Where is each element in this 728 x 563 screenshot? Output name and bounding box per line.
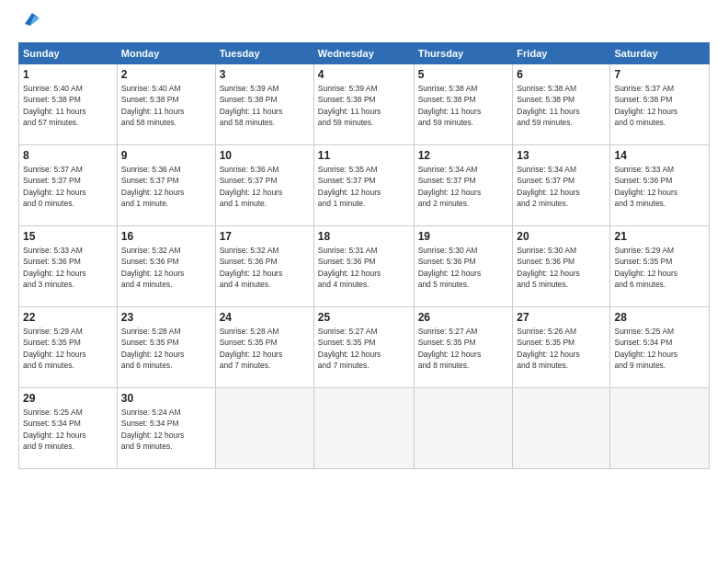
- day-info: Sunrise: 5:24 AM Sunset: 5:34 PM Dayligh…: [121, 407, 211, 452]
- table-row: 29Sunrise: 5:25 AM Sunset: 5:34 PM Dayli…: [19, 388, 118, 469]
- day-number: 9: [121, 149, 211, 162]
- col-saturday: Saturday: [610, 43, 710, 64]
- day-info: Sunrise: 5:38 AM Sunset: 5:38 PM Dayligh…: [418, 83, 509, 128]
- table-row: 22Sunrise: 5:29 AM Sunset: 5:35 PM Dayli…: [19, 307, 118, 388]
- table-row: 26Sunrise: 5:27 AM Sunset: 5:35 PM Dayli…: [414, 307, 513, 388]
- col-sunday: Sunday: [19, 43, 118, 64]
- table-row: 21Sunrise: 5:29 AM Sunset: 5:35 PM Dayli…: [610, 226, 710, 307]
- day-info: Sunrise: 5:32 AM Sunset: 5:36 PM Dayligh…: [121, 245, 211, 290]
- calendar-week-row: 22Sunrise: 5:29 AM Sunset: 5:35 PM Dayli…: [19, 307, 710, 388]
- day-number: 10: [220, 149, 310, 162]
- table-row: [513, 388, 610, 469]
- day-number: 14: [614, 149, 705, 162]
- day-number: 7: [614, 68, 705, 81]
- table-row: 15Sunrise: 5:33 AM Sunset: 5:36 PM Dayli…: [19, 226, 118, 307]
- logo-bird-icon: [21, 9, 41, 33]
- day-info: Sunrise: 5:36 AM Sunset: 5:37 PM Dayligh…: [220, 164, 310, 209]
- day-number: 25: [318, 311, 410, 324]
- day-info: Sunrise: 5:32 AM Sunset: 5:36 PM Dayligh…: [220, 245, 310, 290]
- day-info: Sunrise: 5:36 AM Sunset: 5:37 PM Dayligh…: [121, 164, 211, 209]
- day-number: 30: [121, 392, 211, 405]
- table-row: 23Sunrise: 5:28 AM Sunset: 5:35 PM Dayli…: [117, 307, 215, 388]
- day-info: Sunrise: 5:30 AM Sunset: 5:36 PM Dayligh…: [517, 245, 606, 290]
- day-info: Sunrise: 5:35 AM Sunset: 5:37 PM Dayligh…: [318, 164, 410, 209]
- table-row: 3Sunrise: 5:39 AM Sunset: 5:38 PM Daylig…: [215, 64, 313, 145]
- calendar-week-row: 8Sunrise: 5:37 AM Sunset: 5:37 PM Daylig…: [19, 145, 710, 226]
- day-number: 21: [614, 230, 705, 243]
- calendar-week-row: 29Sunrise: 5:25 AM Sunset: 5:34 PM Dayli…: [19, 388, 710, 469]
- table-row: 24Sunrise: 5:28 AM Sunset: 5:35 PM Dayli…: [215, 307, 313, 388]
- table-row: 13Sunrise: 5:34 AM Sunset: 5:37 PM Dayli…: [513, 145, 610, 226]
- day-info: Sunrise: 5:26 AM Sunset: 5:35 PM Dayligh…: [517, 326, 606, 371]
- table-row: 27Sunrise: 5:26 AM Sunset: 5:35 PM Dayli…: [513, 307, 610, 388]
- day-info: Sunrise: 5:28 AM Sunset: 5:35 PM Dayligh…: [220, 326, 310, 371]
- day-number: 19: [418, 230, 509, 243]
- day-number: 29: [23, 392, 113, 405]
- day-number: 8: [23, 149, 113, 162]
- table-row: [414, 388, 513, 469]
- col-wednesday: Wednesday: [313, 43, 414, 64]
- table-row: 30Sunrise: 5:24 AM Sunset: 5:34 PM Dayli…: [117, 388, 215, 469]
- table-row: 5Sunrise: 5:38 AM Sunset: 5:38 PM Daylig…: [414, 64, 513, 145]
- day-number: 27: [517, 311, 606, 324]
- day-number: 15: [23, 230, 113, 243]
- day-number: 24: [220, 311, 310, 324]
- day-info: Sunrise: 5:34 AM Sunset: 5:37 PM Dayligh…: [418, 164, 509, 209]
- day-info: Sunrise: 5:29 AM Sunset: 5:35 PM Dayligh…: [614, 245, 705, 290]
- day-info: Sunrise: 5:25 AM Sunset: 5:34 PM Dayligh…: [23, 407, 113, 452]
- day-number: 17: [220, 230, 310, 243]
- day-info: Sunrise: 5:39 AM Sunset: 5:38 PM Dayligh…: [220, 83, 310, 128]
- calendar-header-row: Sunday Monday Tuesday Wednesday Thursday…: [19, 43, 710, 64]
- day-info: Sunrise: 5:37 AM Sunset: 5:38 PM Dayligh…: [614, 83, 705, 128]
- table-row: 14Sunrise: 5:33 AM Sunset: 5:36 PM Dayli…: [610, 145, 710, 226]
- table-row: 8Sunrise: 5:37 AM Sunset: 5:37 PM Daylig…: [19, 145, 118, 226]
- day-info: Sunrise: 5:25 AM Sunset: 5:34 PM Dayligh…: [614, 326, 705, 371]
- day-info: Sunrise: 5:38 AM Sunset: 5:38 PM Dayligh…: [517, 83, 606, 128]
- day-info: Sunrise: 5:40 AM Sunset: 5:38 PM Dayligh…: [121, 83, 211, 128]
- day-number: 2: [121, 68, 211, 81]
- day-info: Sunrise: 5:33 AM Sunset: 5:36 PM Dayligh…: [23, 245, 113, 290]
- day-number: 11: [318, 149, 410, 162]
- day-number: 13: [517, 149, 606, 162]
- calendar-week-row: 1Sunrise: 5:40 AM Sunset: 5:38 PM Daylig…: [19, 64, 710, 145]
- day-info: Sunrise: 5:39 AM Sunset: 5:38 PM Dayligh…: [318, 83, 410, 128]
- day-info: Sunrise: 5:30 AM Sunset: 5:36 PM Dayligh…: [418, 245, 509, 290]
- table-row: 12Sunrise: 5:34 AM Sunset: 5:37 PM Dayli…: [414, 145, 513, 226]
- day-number: 16: [121, 230, 211, 243]
- table-row: 28Sunrise: 5:25 AM Sunset: 5:34 PM Dayli…: [610, 307, 710, 388]
- table-row: 6Sunrise: 5:38 AM Sunset: 5:38 PM Daylig…: [513, 64, 610, 145]
- header: [18, 17, 710, 33]
- table-row: 18Sunrise: 5:31 AM Sunset: 5:36 PM Dayli…: [313, 226, 414, 307]
- day-number: 1: [23, 68, 113, 81]
- col-thursday: Thursday: [414, 43, 513, 64]
- day-info: Sunrise: 5:27 AM Sunset: 5:35 PM Dayligh…: [318, 326, 410, 371]
- table-row: 16Sunrise: 5:32 AM Sunset: 5:36 PM Dayli…: [117, 226, 215, 307]
- day-number: 5: [418, 68, 509, 81]
- day-number: 26: [418, 311, 509, 324]
- table-row: 4Sunrise: 5:39 AM Sunset: 5:38 PM Daylig…: [313, 64, 414, 145]
- day-info: Sunrise: 5:37 AM Sunset: 5:37 PM Dayligh…: [23, 164, 113, 209]
- day-number: 22: [23, 311, 113, 324]
- page: Sunday Monday Tuesday Wednesday Thursday…: [0, 0, 728, 563]
- day-info: Sunrise: 5:29 AM Sunset: 5:35 PM Dayligh…: [23, 326, 113, 371]
- col-monday: Monday: [117, 43, 215, 64]
- day-number: 23: [121, 311, 211, 324]
- col-friday: Friday: [513, 43, 610, 64]
- day-number: 28: [614, 311, 705, 324]
- table-row: 7Sunrise: 5:37 AM Sunset: 5:38 PM Daylig…: [610, 64, 710, 145]
- table-row: 17Sunrise: 5:32 AM Sunset: 5:36 PM Dayli…: [215, 226, 313, 307]
- table-row: 10Sunrise: 5:36 AM Sunset: 5:37 PM Dayli…: [215, 145, 313, 226]
- table-row: 11Sunrise: 5:35 AM Sunset: 5:37 PM Dayli…: [313, 145, 414, 226]
- calendar-week-row: 15Sunrise: 5:33 AM Sunset: 5:36 PM Dayli…: [19, 226, 710, 307]
- table-row: [610, 388, 710, 469]
- table-row: [215, 388, 313, 469]
- day-info: Sunrise: 5:28 AM Sunset: 5:35 PM Dayligh…: [121, 326, 211, 371]
- table-row: 9Sunrise: 5:36 AM Sunset: 5:37 PM Daylig…: [117, 145, 215, 226]
- table-row: 2Sunrise: 5:40 AM Sunset: 5:38 PM Daylig…: [117, 64, 215, 145]
- table-row: 25Sunrise: 5:27 AM Sunset: 5:35 PM Dayli…: [313, 307, 414, 388]
- table-row: 1Sunrise: 5:40 AM Sunset: 5:38 PM Daylig…: [19, 64, 118, 145]
- day-info: Sunrise: 5:34 AM Sunset: 5:37 PM Dayligh…: [517, 164, 606, 209]
- day-number: 20: [517, 230, 606, 243]
- day-number: 4: [318, 68, 410, 81]
- table-row: [313, 388, 414, 469]
